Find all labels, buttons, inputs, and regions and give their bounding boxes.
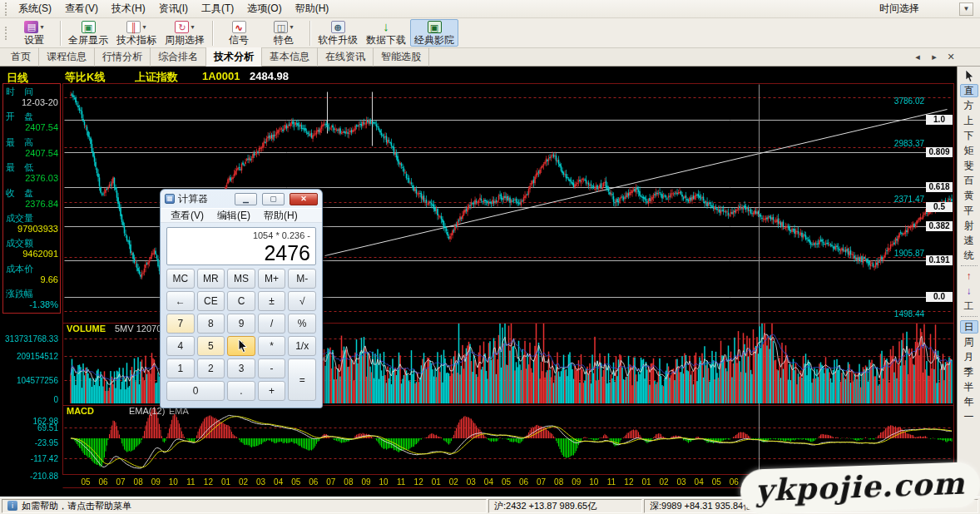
- toolbar-button-cinema[interactable]: ▣经典影院: [410, 19, 458, 47]
- dropdown-caret-icon[interactable]: ▾: [290, 23, 293, 31]
- pointer-tool-icon[interactable]: [960, 69, 978, 82]
- calc-key-MS[interactable]: MS: [227, 269, 255, 289]
- period-日[interactable]: 日: [960, 320, 978, 334]
- period-年[interactable]: 年: [960, 395, 978, 408]
- tab-综合排名[interactable]: 综合排名: [151, 47, 206, 67]
- tab-智能选股[interactable]: 智能选股: [374, 47, 429, 67]
- calc-key-%[interactable]: %: [288, 314, 316, 334]
- calc-value: 2476: [172, 241, 310, 264]
- tab-在线资讯[interactable]: 在线资讯: [318, 47, 374, 67]
- calc-key-0[interactable]: 0: [166, 381, 225, 401]
- menu-item[interactable]: 选项(O): [240, 0, 288, 18]
- calc-key-9[interactable]: 9: [227, 314, 255, 334]
- calc-key-√[interactable]: √: [288, 291, 316, 311]
- time-select-dropdown-icon[interactable]: ▼: [959, 2, 973, 16]
- tab-scroll-left-icon[interactable]: ◂: [912, 52, 923, 62]
- tab-close-icon[interactable]: ✕: [945, 52, 957, 62]
- calc-key--[interactable]: -: [258, 358, 286, 378]
- calc-key-*[interactable]: *: [258, 336, 286, 356]
- tab-scroll-right-icon[interactable]: ▸: [928, 52, 940, 62]
- draw-tool-上[interactable]: 上: [960, 114, 978, 127]
- right-toolbar: 直方上下矩斐百黄平射速统↑↓工日周月季半年一: [957, 67, 980, 497]
- chart-scale-type: 等比K线: [65, 70, 105, 85]
- toolbar: ▤▾设置▣全屏显示║▾技术指标↻▾周期选择∿信号◫▾特色⊕软件升级↓数据下载▣经…: [0, 18, 980, 48]
- calc-menu-item[interactable]: 查看(V): [166, 208, 209, 224]
- tab-课程信息[interactable]: 课程信息: [39, 47, 95, 67]
- calc-key-+[interactable]: +: [258, 381, 286, 401]
- draw-tool-百[interactable]: 百: [960, 174, 978, 187]
- calculator-window[interactable]: ▦ 计算器 ▁ ▢ ✕ 查看(V)编辑(E)帮助(H) 1054 * 0.236…: [160, 189, 323, 408]
- tab-行情分析[interactable]: 行情分析: [95, 47, 151, 67]
- toolbar-button-indicator[interactable]: ║▾技术指标: [112, 19, 161, 47]
- calc-menu-item[interactable]: 帮助(H): [259, 208, 303, 224]
- draw-tool-速[interactable]: 速: [960, 234, 978, 247]
- axis-label: 0: [0, 395, 58, 404]
- draw-tool-方[interactable]: 方: [960, 99, 978, 112]
- draw-tool-黄[interactable]: 黄: [960, 189, 978, 202]
- draw-tool-射[interactable]: 射: [960, 219, 978, 232]
- minimize-button[interactable]: ▁: [235, 193, 257, 205]
- arrow-tool[interactable]: 工: [960, 299, 978, 313]
- maximize-button[interactable]: ▢: [262, 193, 285, 205]
- calc-key-M+[interactable]: M+: [258, 269, 286, 289]
- menu-item[interactable]: 系统(S): [12, 0, 58, 18]
- draw-tool-直[interactable]: 直: [960, 84, 978, 97]
- toolbar-button-signal[interactable]: ∿信号: [216, 19, 261, 47]
- draw-tool-斐[interactable]: 斐: [960, 159, 978, 172]
- period-一[interactable]: 一: [960, 410, 978, 423]
- calc-key-5[interactable]: 5: [197, 336, 225, 356]
- calc-key-.[interactable]: .: [227, 381, 255, 401]
- time-select-label[interactable]: 时间选择: [874, 0, 924, 17]
- tab-技术分析[interactable]: 技术分析: [206, 47, 262, 67]
- calc-key-←[interactable]: ←: [166, 291, 195, 311]
- calc-key-M-[interactable]: M-: [288, 269, 316, 289]
- arrow-tool[interactable]: ↓: [960, 284, 978, 298]
- draw-tool-矩[interactable]: 矩: [960, 144, 978, 157]
- calc-key-CE[interactable]: CE: [197, 291, 225, 311]
- calc-key-C[interactable]: C: [227, 291, 255, 311]
- calc-key-=[interactable]: =: [288, 358, 316, 401]
- close-button[interactable]: ✕: [290, 193, 318, 205]
- toolbar-button-period[interactable]: ↻▾周期选择: [161, 19, 209, 47]
- calc-key-/[interactable]: /: [258, 314, 286, 334]
- dropdown-caret-icon[interactable]: ▾: [40, 23, 43, 31]
- menu-item[interactable]: 帮助(H): [289, 0, 336, 18]
- tab-基本信息[interactable]: 基本信息: [262, 47, 318, 67]
- calc-key-1[interactable]: 1: [166, 358, 195, 378]
- toolbar-button-fullscreen[interactable]: ▣全屏显示: [64, 19, 112, 47]
- calc-key-3[interactable]: 3: [227, 358, 255, 378]
- calc-key-7[interactable]: 7: [166, 314, 195, 334]
- period-周[interactable]: 周: [960, 335, 978, 348]
- period-半[interactable]: 半: [960, 380, 978, 393]
- calc-key-8[interactable]: 8: [197, 314, 225, 334]
- toolbar-button-download[interactable]: ↓数据下载: [362, 19, 410, 47]
- tab-首页[interactable]: 首页: [3, 47, 39, 67]
- tab-nav: ◂ ▸ ✕: [912, 52, 980, 62]
- period-月[interactable]: 月: [960, 350, 978, 363]
- menu-item[interactable]: 查看(V): [58, 0, 105, 18]
- calculator-titlebar[interactable]: ▦ 计算器 ▁ ▢ ✕: [161, 190, 322, 208]
- calc-key-MC[interactable]: MC: [166, 269, 195, 289]
- draw-tool-统[interactable]: 统: [960, 249, 978, 262]
- menu-item[interactable]: 资讯(I): [152, 0, 195, 18]
- calc-key-1/x[interactable]: 1/x: [288, 336, 316, 356]
- toolbar-button-settings[interactable]: ▤▾设置: [12, 19, 57, 47]
- dropdown-caret-icon[interactable]: ▾: [142, 23, 146, 31]
- watermark: ykpojie.com: [740, 462, 980, 514]
- info-row: 开 盘2407.54: [5, 111, 58, 133]
- dropdown-caret-icon[interactable]: ▾: [191, 23, 194, 31]
- calc-key-6[interactable]: 6: [227, 336, 255, 356]
- arrow-tool[interactable]: ↑: [960, 269, 978, 283]
- calc-key-4[interactable]: 4: [166, 336, 195, 356]
- draw-tool-平[interactable]: 平: [960, 204, 978, 217]
- calc-key-MR[interactable]: MR: [197, 269, 225, 289]
- draw-tool-下[interactable]: 下: [960, 129, 978, 142]
- menu-item[interactable]: 工具(T): [195, 0, 240, 18]
- calc-key-2[interactable]: 2: [197, 358, 225, 378]
- calc-key-±[interactable]: ±: [258, 291, 286, 311]
- menu-item[interactable]: 技术(H): [105, 0, 152, 18]
- calc-menu-item[interactable]: 编辑(E): [212, 208, 255, 224]
- toolbar-button-special[interactable]: ◫▾特色: [261, 19, 306, 47]
- toolbar-button-upgrade[interactable]: ⊕软件升级: [314, 19, 362, 47]
- period-季[interactable]: 季: [960, 365, 978, 378]
